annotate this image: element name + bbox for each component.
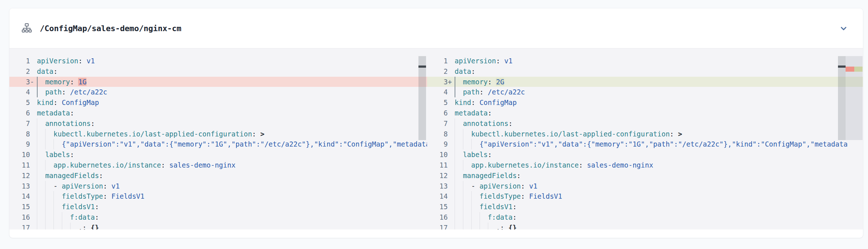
token: labels	[463, 151, 488, 159]
code-text: kind: ConfigMap	[35, 97, 427, 108]
diff-sign: -	[30, 77, 35, 87]
token: .:	[496, 224, 504, 229]
token	[455, 88, 463, 96]
diff-sign	[30, 139, 35, 149]
scrollbar-thumb[interactable]	[418, 56, 426, 140]
indent-guide	[37, 223, 37, 229]
token: :	[62, 88, 66, 96]
line-number: 5	[9, 97, 30, 108]
code-line: 16 f:data:	[427, 212, 863, 223]
token: 2G	[496, 78, 504, 86]
indent-guide	[45, 223, 46, 229]
diff-sign	[30, 212, 35, 223]
token: annotations	[463, 119, 509, 127]
token: :	[103, 192, 107, 200]
cursor-position-mark	[838, 66, 846, 68]
code-text: memory: 1G	[35, 77, 427, 87]
token	[165, 161, 169, 169]
diff-pane-modified[interactable]: 1apiVersion: v12data:3+ memory: 2G4 path…	[427, 48, 863, 229]
indent-guide	[45, 181, 46, 191]
line-number: 4	[427, 87, 448, 97]
code-line: 1apiVersion: v1	[9, 56, 427, 66]
line-number: 14	[427, 191, 448, 202]
cursor-position-mark	[418, 66, 426, 68]
diff-pane-original[interactable]: 1apiVersion: v12data:3- memory: 1G4 path…	[9, 48, 427, 229]
code-text: apiVersion: v1	[453, 56, 863, 66]
scrollbar-thumb[interactable]	[838, 56, 846, 140]
token: .:	[78, 224, 86, 229]
diff-sign: +	[448, 77, 453, 87]
diff-sign	[448, 181, 453, 191]
code-line: 9 {"apiVersion":"v1","data":{"memory":"1…	[427, 139, 863, 149]
token: :	[521, 182, 525, 190]
diff-sign	[448, 212, 453, 223]
token: data	[455, 67, 471, 75]
code-line: 8 kubectl.kubernetes.io/last-applied-con…	[9, 129, 427, 139]
indent-guide	[45, 202, 46, 212]
token: {"apiVersion":"v1","data":{"memory":"1G"…	[480, 140, 848, 148]
indent-guide	[37, 129, 37, 139]
code-line: 7 annotations:	[9, 118, 427, 129]
indent-guide	[455, 118, 455, 129]
token: labels	[45, 151, 70, 159]
code-line: 5kind: ConfigMap	[427, 97, 863, 108]
indent-guide	[54, 202, 54, 212]
code-line: 4 path: /etc/a22c	[9, 87, 427, 97]
token: :	[480, 88, 484, 96]
code-line: 4 path: /etc/a22c	[427, 87, 863, 97]
token: :	[471, 67, 475, 75]
code-line: 13 - apiVersion: v1	[9, 181, 427, 191]
indent-guide	[455, 212, 455, 223]
token: FieldsV1	[111, 192, 145, 200]
code-line: 8 kubectl.kubernetes.io/last-applied-con…	[427, 129, 863, 139]
card-header: /ConfigMap/sales-demo/nginx-cm	[9, 8, 863, 49]
token: :	[78, 57, 82, 65]
token: data	[37, 67, 54, 75]
line-number: 9	[9, 139, 30, 149]
token: memory	[45, 78, 70, 86]
chevron-down-icon[interactable]	[837, 22, 850, 35]
indent-guide	[471, 202, 472, 212]
code-line: 10 labels:	[427, 149, 863, 160]
token	[37, 151, 45, 159]
indent-guide	[455, 139, 455, 149]
indent-guide	[37, 212, 37, 223]
token	[583, 161, 587, 169]
diff-editor: 1apiVersion: v12data:3- memory: 1G4 path…	[9, 48, 863, 229]
token: fieldsV1	[62, 203, 95, 211]
diff-sign	[30, 149, 35, 160]
token: :	[488, 109, 492, 117]
line-number: 11	[9, 160, 30, 170]
token: f:data	[488, 213, 513, 221]
line-number: 12	[9, 170, 30, 181]
code-line: 14 fieldsType: FieldsV1	[9, 191, 427, 202]
code-line: 1apiVersion: v1	[427, 56, 863, 66]
token: :	[70, 151, 74, 159]
token: >	[678, 130, 682, 138]
indent-guide	[480, 212, 480, 223]
token	[455, 78, 463, 86]
diff-sign	[448, 160, 453, 170]
indent-guide	[37, 181, 37, 191]
indent-guide	[54, 139, 54, 149]
line-number: 3	[427, 77, 448, 87]
diff-sign	[448, 56, 453, 66]
code-text: managedFields:	[453, 170, 863, 181]
indent-guide	[463, 191, 463, 202]
code-text: path: /etc/a22c	[453, 87, 863, 97]
resource-path-title: /ConfigMap/sales-demo/nginx-cm	[40, 24, 181, 33]
indent-guide	[70, 223, 71, 229]
token: FieldsV1	[529, 192, 562, 200]
token: -	[54, 182, 62, 190]
token	[37, 88, 45, 96]
indent-guide	[37, 87, 38, 97]
diff-sign	[30, 97, 35, 108]
indent-guide	[471, 223, 472, 229]
token: :	[95, 203, 99, 211]
token: fieldsType	[62, 192, 103, 200]
token: :	[161, 161, 165, 169]
token: :	[70, 109, 74, 117]
indent-guide	[37, 170, 37, 181]
diff-sign	[30, 170, 35, 181]
line-number: 2	[9, 66, 30, 77]
